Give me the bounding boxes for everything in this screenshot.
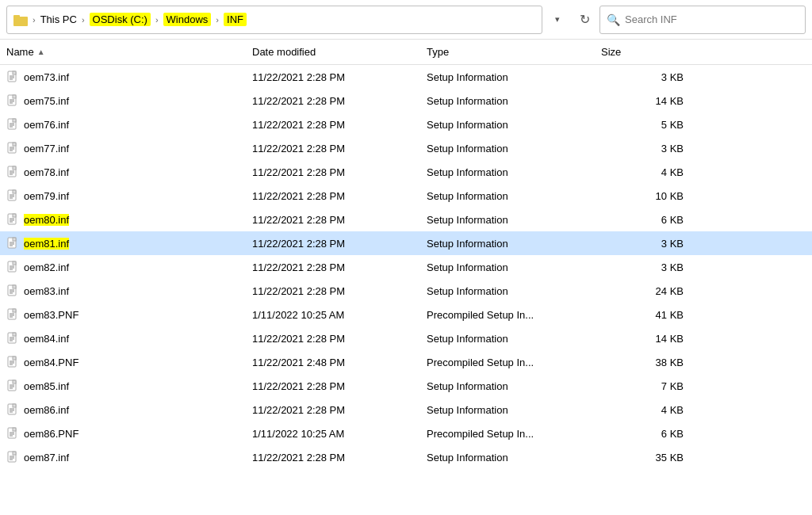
file-size-cell: 14 KB: [595, 331, 690, 346]
search-box[interactable]: 🔍: [599, 6, 806, 34]
file-icon: [6, 118, 19, 131]
col-header-type[interactable]: Type: [420, 43, 595, 61]
svg-rect-53: [13, 309, 16, 312]
table-row[interactable]: oem82.inf 11/22/2021 2:28 PM Setup Infor…: [0, 255, 812, 279]
breadcrumb-area[interactable]: › This PC › OSDisk (C:) › Windows › INF: [6, 6, 542, 34]
file-size-cell: 7 KB: [595, 379, 690, 394]
svg-rect-23: [13, 166, 16, 170]
file-type-cell: Precompiled Setup In...: [420, 307, 595, 322]
table-row[interactable]: oem75.inf 11/22/2021 2:28 PM Setup Infor…: [0, 89, 812, 113]
file-size-cell: 10 KB: [595, 189, 690, 204]
breadcrumb-windows[interactable]: Windows: [163, 13, 212, 26]
file-size-cell: 3 KB: [595, 141, 690, 156]
file-name-cell: oem84.PNF: [0, 354, 246, 370]
file-type-cell: Setup Information: [420, 189, 595, 204]
file-name-cell: oem80.inf: [0, 212, 246, 227]
file-name-cell: oem84.inf: [0, 330, 246, 346]
file-name-cell: oem76.inf: [0, 116, 246, 132]
breadcrumb-sep-1: ›: [31, 15, 37, 25]
svg-rect-13: [13, 119, 16, 122]
svg-rect-33: [13, 214, 16, 217]
refresh-button[interactable]: ↻: [573, 8, 596, 32]
file-size-cell: 6 KB: [595, 212, 690, 227]
file-size-cell: 38 KB: [595, 355, 690, 370]
file-icon: [6, 189, 19, 202]
table-row[interactable]: oem85.inf 11/22/2021 2:28 PM Setup Infor…: [0, 374, 812, 398]
file-type-cell: Setup Information: [420, 450, 595, 465]
file-name-cell: oem86.inf: [0, 402, 246, 418]
breadcrumb-osdisk[interactable]: OSDisk (C:): [90, 13, 151, 26]
file-icon: [6, 332, 19, 345]
file-name-cell: oem78.inf: [0, 164, 246, 180]
file-icon: [6, 427, 19, 440]
file-name-cell: oem82.inf: [0, 259, 246, 275]
col-header-size[interactable]: Size: [595, 43, 690, 61]
file-name: oem76.inf: [24, 119, 69, 131]
file-date-cell: 11/22/2021 2:28 PM: [246, 70, 420, 85]
sort-arrow-name: ▲: [37, 48, 45, 56]
svg-rect-73: [13, 404, 16, 407]
file-name: oem77.inf: [24, 143, 69, 154]
breadcrumb-osdisk-label: OSDisk (C:): [90, 13, 151, 26]
table-row[interactable]: oem80.inf 11/22/2021 2:28 PM Setup Infor…: [0, 208, 812, 231]
file-type-cell: Precompiled Setup In...: [420, 426, 595, 441]
file-type-cell: Setup Information: [420, 70, 595, 85]
file-size-cell: 4 KB: [595, 402, 690, 418]
svg-rect-83: [13, 452, 16, 455]
file-name: oem84.PNF: [24, 357, 79, 368]
svg-rect-58: [13, 333, 16, 336]
file-icon: [6, 142, 19, 154]
table-row[interactable]: oem76.inf 11/22/2021 2:28 PM Setup Infor…: [0, 113, 812, 136]
table-row[interactable]: oem84.PNF 11/22/2021 2:48 PM Precompiled…: [0, 350, 812, 374]
file-type-cell: Setup Information: [420, 93, 595, 109]
table-row[interactable]: oem77.inf 11/22/2021 2:28 PM Setup Infor…: [0, 136, 812, 160]
dropdown-button[interactable]: ▾: [546, 8, 569, 32]
svg-rect-48: [13, 285, 16, 288]
file-name: oem82.inf: [24, 261, 69, 273]
file-type-cell: Precompiled Setup In...: [420, 355, 595, 370]
file-name-cell: oem85.inf: [0, 378, 246, 394]
file-date-cell: 11/22/2021 2:28 PM: [246, 189, 420, 204]
table-row[interactable]: oem83.PNF 1/11/2022 10:25 AM Precompiled…: [0, 303, 812, 326]
file-list[interactable]: oem73.inf 11/22/2021 2:28 PM Setup Infor…: [0, 65, 812, 512]
folder-icon: [13, 13, 28, 26]
file-date-cell: 11/22/2021 2:28 PM: [246, 236, 420, 251]
breadcrumb-windows-label: Windows: [163, 13, 212, 26]
file-type-cell: Setup Information: [420, 260, 595, 275]
file-date-cell: 1/11/2022 10:25 AM: [246, 307, 420, 322]
table-row[interactable]: oem81.inf 11/22/2021 2:28 PM Setup Infor…: [0, 231, 812, 255]
table-row[interactable]: oem87.inf 11/22/2021 2:28 PM Setup Infor…: [0, 445, 812, 469]
table-row[interactable]: oem79.inf 11/22/2021 2:28 PM Setup Infor…: [0, 184, 812, 208]
table-row[interactable]: oem73.inf 11/22/2021 2:28 PM Setup Infor…: [0, 65, 812, 89]
file-name: oem83.PNF: [24, 309, 79, 321]
svg-rect-8: [13, 95, 16, 98]
table-row[interactable]: oem84.inf 11/22/2021 2:28 PM Setup Infor…: [0, 326, 812, 350]
file-name: oem79.inf: [24, 190, 69, 202]
table-row[interactable]: oem86.PNF 1/11/2022 10:25 AM Precompiled…: [0, 422, 812, 445]
file-date-cell: 11/22/2021 2:28 PM: [246, 450, 420, 465]
file-date-cell: 11/22/2021 2:28 PM: [246, 402, 420, 418]
breadcrumb-inf[interactable]: INF: [224, 13, 247, 26]
file-size-cell: 5 KB: [595, 117, 690, 132]
file-type-cell: Setup Information: [420, 331, 595, 346]
file-name-cell: oem83.inf: [0, 283, 246, 299]
table-row[interactable]: oem86.inf 11/22/2021 2:28 PM Setup Infor…: [0, 398, 812, 422]
breadcrumb-this-pc[interactable]: This PC: [40, 13, 77, 25]
file-date-cell: 11/22/2021 2:28 PM: [246, 165, 420, 180]
file-name: oem85.inf: [24, 380, 69, 392]
file-icon: [6, 451, 19, 464]
svg-rect-18: [13, 143, 16, 146]
col-header-name[interactable]: Name ▲: [0, 43, 246, 61]
file-name: oem83.inf: [24, 285, 69, 297]
search-input[interactable]: [625, 13, 799, 25]
file-name: oem80.inf: [24, 214, 69, 226]
file-name-cell: oem77.inf: [0, 140, 246, 156]
file-icon: [6, 71, 19, 83]
table-row[interactable]: oem83.inf 11/22/2021 2:28 PM Setup Infor…: [0, 279, 812, 303]
table-row[interactable]: oem78.inf 11/22/2021 2:28 PM Setup Infor…: [0, 160, 812, 184]
file-icon: [6, 261, 19, 273]
file-name: oem84.inf: [24, 333, 69, 345]
file-name-cell: oem83.PNF: [0, 307, 246, 322]
svg-rect-78: [13, 428, 16, 431]
col-header-date[interactable]: Date modified: [246, 43, 420, 61]
